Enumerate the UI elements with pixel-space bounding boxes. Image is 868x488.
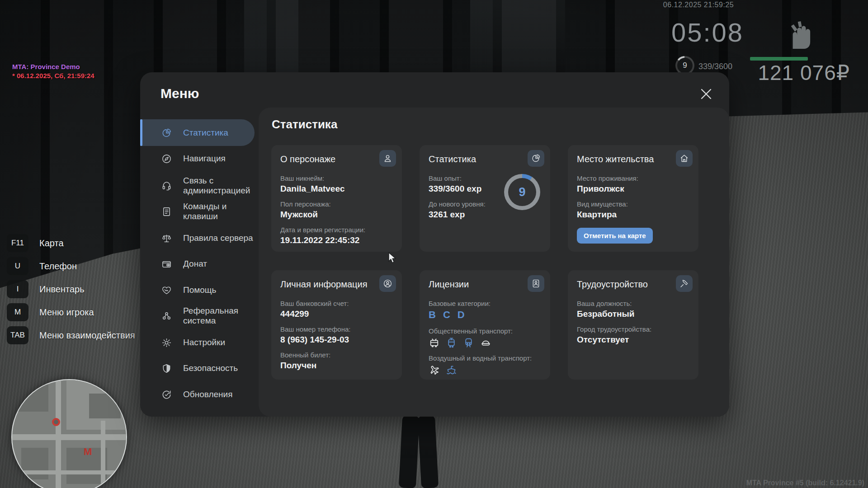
hud-exp-counter: 339/3600 [698,62,732,71]
document-list-icon [161,206,172,217]
wallet-icon [161,259,172,269]
hotkey-phone: U Телефон [7,257,77,275]
card-licenses: Лицензии Базовые категории: B C D Общест… [420,270,550,380]
public-transport-licenses [429,337,541,348]
mark-on-map-button[interactable]: Отметить на карте [577,228,653,244]
bank-account-value: 444299 [280,309,393,319]
pie-chart-icon [528,150,544,167]
chat-server-name: MTA: Province Demo [12,62,94,71]
trolleybus-icon [429,337,440,348]
pie-chart-icon [161,128,172,138]
hammer-icon [676,275,693,292]
sidebar-item-security[interactable]: Безопасность [140,359,255,377]
minimap-player-marker [52,418,60,426]
sidebar-item-navigation[interactable]: Навигация [140,150,255,168]
exp-value: 339/3600 exp [429,184,501,194]
card-about-character: О персонаже Ваш никнейм: Danila_Matveec … [271,145,402,252]
category-b: B [429,309,436,321]
level-progress-ring: 9 [504,174,540,210]
sidebar-item-settings[interactable]: Настройки [140,333,255,352]
metro-icon [463,337,474,348]
menu-window: Меню Статистика Навигация Связь с админи… [140,72,729,417]
military-ticket-value: Получен [280,361,393,371]
ship-icon [446,364,457,375]
sidebar-item-admin-contact[interactable]: Связь с администрацией [140,175,255,197]
level-value: 9 [504,174,540,210]
key-badge: F11 [7,234,28,252]
card-residence: Место жительства Место проживания: Приво… [568,145,698,252]
menu-title: Меню [160,86,199,101]
minimap-metro-icon: M [84,446,92,458]
residence-city-value: Приволжск [577,184,689,194]
sidebar-item-commands-keys[interactable]: Команды и клавиши [140,201,255,222]
tram-icon [446,337,457,348]
scales-icon [161,233,172,244]
sidebar-item-server-rules[interactable]: Правила сервера [140,229,255,247]
hotkey-inventory: I Инвентарь [7,280,85,298]
hotkey-map: F11 Карта [7,234,64,252]
key-badge: I [7,280,28,298]
base-categories: B C D [429,309,541,321]
network-icon [161,311,172,321]
hotkey-label: Телефон [39,261,77,272]
compass-icon [161,154,172,164]
plane-icon [429,364,440,375]
next-level-value: 3261 exp [429,210,501,220]
headset-icon [161,181,172,191]
key-badge: U [7,257,28,275]
gear-icon [161,338,172,348]
job-city-value: Отсутствует [577,335,689,345]
card-statistics: Статистика Ваш опыт: 339/3600 exp До нов… [420,145,550,252]
person-circle-icon [379,275,396,292]
hud-clock: 05:08 [665,17,750,47]
card-employment: Трудоустройство Ваша должность: Безработ… [568,270,698,380]
hotkey-player-menu: M Меню игрока [7,303,94,321]
gender-value: Мужской [280,210,393,220]
content-heading: Статистика [272,117,337,131]
sidebar-item-statistics[interactable]: Статистика [140,124,255,142]
card-personal-info: Личная информация Ваш банковский счет: 4… [271,270,402,380]
category-c: C [443,309,450,321]
property-type-value: Квартира [577,210,689,220]
fist-icon [788,19,812,52]
chat-datetime: * 06.12.2025, Сб, 21:59:24 [12,71,94,80]
hud-level-value: 9 [675,56,694,75]
sidebar-item-referral[interactable]: Реферальная система [140,305,255,327]
close-icon[interactable] [698,85,715,103]
hud-datetime: 06.12.2025 21:59:25 [660,1,737,9]
id-card-icon [528,275,544,292]
sidebar-item-donate[interactable]: Донат [140,255,255,273]
sidebar-item-help[interactable]: Помощь [140,281,255,299]
key-badge: M [7,303,28,321]
nickname-value: Danila_Matveec [280,184,393,194]
hotkey-label: Меню игрока [39,307,94,318]
phone-number-value: 8 (963) 145-29-03 [280,335,393,345]
hotkey-label: Инвентарь [39,284,85,295]
chat-log: MTA: Province Demo * 06.12.2025, Сб, 21:… [12,62,94,80]
sidebar-item-updates[interactable]: Обновления [140,385,255,404]
category-d: D [458,309,465,321]
hotkey-interaction-menu: TAB Меню взаимодействия [7,326,135,344]
hud-level-ring: 9 [675,56,694,75]
hotkey-label: Карта [39,238,64,249]
money-counter: 121 076₽ [746,61,850,85]
refresh-check-icon [161,389,172,400]
minimap: M [11,379,127,488]
build-watermark: MTA Province #5 (build: 6.12421.9) [746,479,864,487]
hotkey-label: Меню взаимодействия [39,330,135,341]
heart-handshake-icon [161,285,172,296]
health-bar [750,57,808,61]
driver-cap-icon [480,337,491,348]
key-badge: TAB [7,326,28,344]
job-value: Безработный [577,309,689,319]
air-water-licenses [429,364,541,375]
house-icon [676,150,693,167]
shield-icon [161,363,172,374]
mouse-cursor [388,252,398,264]
person-icon [379,150,396,167]
registration-date-value: 19.11.2022 22:45:32 [280,235,393,245]
content-panel: Статистика О персонаже Ваш никнейм: Dani… [259,108,729,417]
